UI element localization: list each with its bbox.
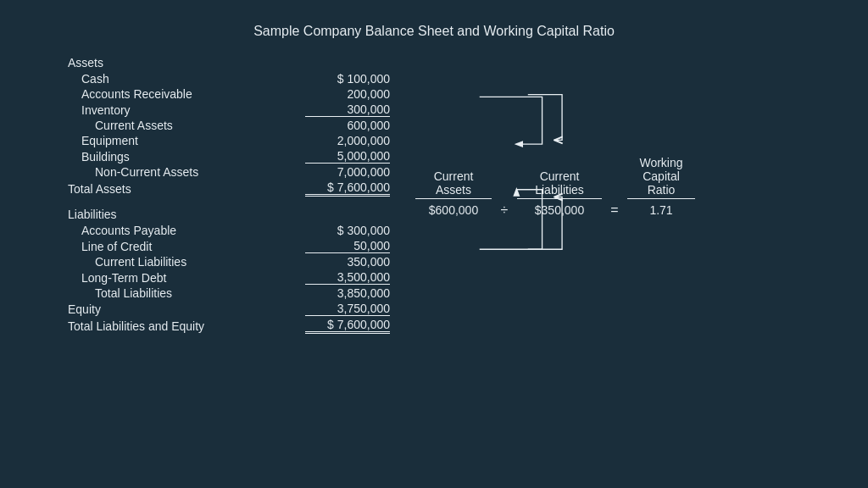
page-title: Sample Company Balance Sheet and Working… <box>0 0 868 39</box>
equity-value: 3,750,000 <box>305 302 390 316</box>
formula-result-value: 1.71 <box>627 203 695 217</box>
table-row: Buildings 5,000,000 <box>68 148 390 164</box>
ap-label: Accounts Payable <box>68 224 176 237</box>
equipment-label: Equipment <box>68 134 138 147</box>
ar-label: Accounts Receivable <box>68 87 192 101</box>
formula-equals-op: = <box>602 202 627 218</box>
loc-label: Line of Credit <box>68 240 152 253</box>
inventory-label: Inventory <box>68 103 131 117</box>
formula-divide-op: ÷ <box>492 202 517 218</box>
table-row: Equity 3,750,000 <box>68 301 390 317</box>
table-row: Total Assets $ 7,600,000 <box>68 180 390 197</box>
table-row: Current Liabilities 350,000 <box>68 254 390 269</box>
current-liabilities-col-label2: Liabilities <box>517 183 602 199</box>
total-assets-value: $ 7,600,000 <box>305 180 390 197</box>
formula-current-assets-value: $600,000 <box>415 203 492 217</box>
current-assets-value: 600,000 <box>305 119 390 132</box>
inventory-value: 300,000 <box>305 103 390 117</box>
working-capital-col-label1: Working <box>627 156 695 169</box>
ltd-value: 3,500,000 <box>305 270 390 285</box>
current-liabilities-value: 350,000 <box>305 255 390 269</box>
total-le-label: Total Liabilities and Equity <box>68 319 204 333</box>
cash-label: Cash <box>68 72 109 86</box>
current-assets-col-label1: Current <box>415 169 492 183</box>
table-row: Current Assets 600,000 <box>68 118 390 133</box>
equipment-value: 2,000,000 <box>305 134 390 147</box>
current-assets-col-label2: Assets <box>415 183 492 199</box>
table-row: Long-Term Debt 3,500,000 <box>68 269 390 286</box>
noncurrent-assets-value: 7,000,000 <box>305 165 390 179</box>
working-capital-col-label3: Ratio <box>627 183 695 199</box>
ar-value: 200,000 <box>305 87 390 101</box>
table-row: Non-Current Assets 7,000,000 <box>68 164 390 180</box>
ltd-label: Long-Term Debt <box>68 271 166 285</box>
total-liabilities-label: Total Liabilities <box>68 286 172 300</box>
buildings-value: 5,000,000 <box>305 149 390 164</box>
current-liabilities-label: Current Liabilities <box>68 255 186 269</box>
table-row: Total Liabilities and Equity $ 7,600,000 <box>68 317 390 335</box>
diagram-area: Current Assets Current Liabilities Worki… <box>398 56 868 335</box>
table-row: Accounts Receivable 200,000 <box>68 86 390 102</box>
working-capital-col-label2: Capital <box>627 169 695 183</box>
table-row: Cash $ 100,000 <box>68 71 390 86</box>
table-row: Equipment 2,000,000 <box>68 133 390 148</box>
cash-value: $ 100,000 <box>305 72 390 86</box>
total-le-value: $ 7,600,000 <box>305 318 390 334</box>
balance-sheet: Assets Cash $ 100,000 Accounts Receivabl… <box>68 56 390 335</box>
total-liabilities-value: 3,850,000 <box>305 286 390 300</box>
current-assets-label: Current Assets <box>68 119 173 132</box>
assets-header: Assets <box>68 56 390 69</box>
noncurrent-assets-label: Non-Current Assets <box>68 165 198 179</box>
total-assets-label: Total Assets <box>68 182 131 196</box>
table-row: Inventory 300,000 <box>68 102 390 118</box>
current-liabilities-col-label1: Current <box>517 169 602 183</box>
table-row: Total Liabilities 3,850,000 <box>68 286 390 301</box>
table-row: Accounts Payable $ 300,000 <box>68 223 390 238</box>
buildings-label: Buildings <box>68 150 130 164</box>
table-row: Line of Credit 50,000 <box>68 238 390 254</box>
loc-value: 50,000 <box>305 239 390 253</box>
liabilities-header: Liabilities <box>68 208 390 221</box>
equity-label: Equity <box>68 302 101 316</box>
ap-value: $ 300,000 <box>305 224 390 237</box>
formula-current-liabilities-value: $350,000 <box>517 203 602 217</box>
